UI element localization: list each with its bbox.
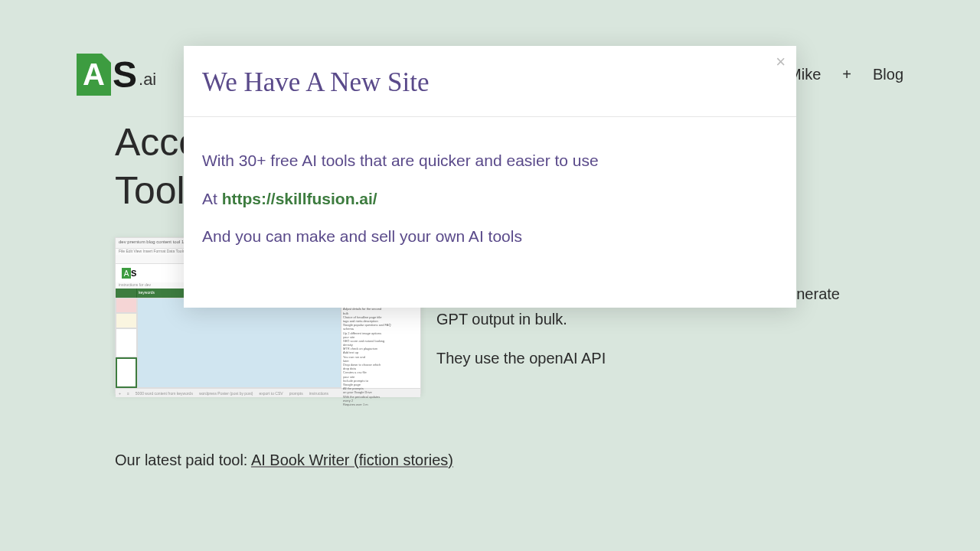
- modal-line-2: At https://skillfusion.ai/: [202, 186, 778, 212]
- latest-tool-link[interactable]: AI Book Writer (fiction stories): [251, 452, 453, 468]
- logo-letter-a: A: [83, 57, 105, 92]
- modal-line-3: And you can make and sell your own AI to…: [202, 223, 778, 249]
- modal-title: We Have A New Site: [202, 67, 778, 98]
- logo[interactable]: A S .ai: [77, 54, 156, 96]
- description-para-2: They use the openAI API: [436, 346, 873, 371]
- modal-link[interactable]: https://skillfusion.ai/: [222, 190, 377, 207]
- logo-letter-s: S: [113, 54, 137, 96]
- logo-suffix: .ai: [139, 70, 156, 90]
- modal-body: With 30+ free AI tools that are quicker …: [184, 117, 796, 308]
- new-site-modal: We Have A New Site × With 30+ free AI to…: [184, 46, 796, 308]
- nav-blog[interactable]: Blog: [873, 66, 903, 83]
- thumb-body: Lorem ipsum text content lines Draft a p…: [116, 298, 420, 388]
- latest-tool-prefix: Our latest paid tool:: [115, 452, 251, 468]
- expand-icon[interactable]: +: [842, 66, 851, 83]
- nav: Mike + Blog: [789, 66, 903, 83]
- thumb-mini-logo: A S: [122, 266, 145, 280]
- modal-line-1: With 30+ free AI tools that are quicker …: [202, 148, 778, 174]
- close-icon[interactable]: ×: [776, 54, 786, 70]
- logo-box: A: [77, 54, 111, 96]
- modal-header: We Have A New Site ×: [184, 46, 796, 117]
- latest-tool: Our latest paid tool: AI Book Writer (fi…: [115, 452, 873, 469]
